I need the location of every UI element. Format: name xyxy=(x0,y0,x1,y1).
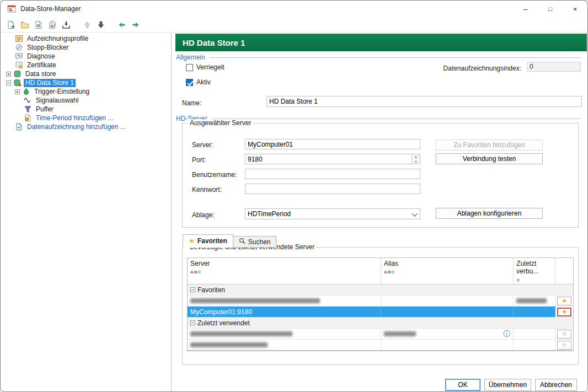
column-header-alias[interactable]: Alias ABC xyxy=(381,258,514,284)
column-header-server[interactable]: Server ABC xyxy=(188,258,381,284)
expand-icon[interactable]: + xyxy=(6,72,11,77)
port-spinner: ▲ ▼ xyxy=(411,154,420,164)
selected-server-group-label: Ausgewählter Server xyxy=(188,119,253,127)
open-icon[interactable] xyxy=(20,20,30,30)
time-period-page-icon xyxy=(24,114,32,122)
tree-item-add-time-period[interactable]: Time-Period hinzufügen ... xyxy=(1,114,171,122)
tree-item-label: HD Data Store 1 xyxy=(24,79,76,87)
username-label: Benutzername: xyxy=(192,171,237,179)
move-down-icon[interactable] xyxy=(96,20,106,30)
data-store-manager-window: Data-Store-Manager – □ × B B xyxy=(0,0,588,392)
ablage-combobox[interactable] xyxy=(245,208,420,219)
verriegelt-checkbox[interactable] xyxy=(186,64,193,71)
verriegelt-label: Verriegelt xyxy=(196,63,224,71)
apply-button[interactable]: Übernehmen xyxy=(484,379,531,391)
expand-icon[interactable]: + xyxy=(15,89,20,94)
app-icon xyxy=(7,4,16,13)
favorite-star-button[interactable]: ☆ xyxy=(557,330,571,339)
buffer-icon xyxy=(24,105,32,113)
collapse-icon[interactable]: − xyxy=(6,80,11,85)
username-field[interactable] xyxy=(245,169,420,179)
aktiv-checkbox[interactable] xyxy=(186,79,193,86)
copy-profile-icon[interactable]: B xyxy=(47,20,57,30)
stop-blocker-icon xyxy=(15,44,23,51)
equals-filter-icon[interactable]: = xyxy=(516,277,552,283)
info-icon[interactable]: ⓘ xyxy=(503,330,510,337)
port-field[interactable] xyxy=(245,154,420,164)
configure-stores-button[interactable]: Ablagen konfigurieren xyxy=(436,208,543,219)
table-row-recent-2[interactable]: ☆ xyxy=(188,340,573,351)
tree-item-puffer[interactable]: Puffer xyxy=(1,105,171,114)
password-field[interactable] xyxy=(245,184,420,194)
group-row-favoriten[interactable]: − Favoriten xyxy=(188,284,573,296)
tree-item-label: Diagnose xyxy=(25,52,57,61)
tree-item-stopp-blocker[interactable]: Stopp-Blocker xyxy=(1,43,171,52)
tree-item-label: Stopp-Blocker xyxy=(25,44,70,52)
spinner-down-icon[interactable]: ▼ xyxy=(412,159,420,164)
verriegelt-checkbox-row[interactable]: Verriegelt xyxy=(186,63,224,72)
favorite-star-button[interactable]: ☆ xyxy=(557,341,571,350)
star-icon: ★ xyxy=(189,237,195,245)
ablage-field[interactable] xyxy=(245,208,420,219)
maximize-button[interactable]: □ xyxy=(538,1,563,17)
grid-header: Server ABC Alias ABC Zuletzt verbu... = xyxy=(188,258,573,284)
tree-item-aufzeichnungsprofile[interactable]: Aufzeichnungsprofile xyxy=(1,34,171,43)
tab-favoriten[interactable]: ★ Favoriten xyxy=(183,234,233,248)
collapse-icon[interactable]: − xyxy=(190,287,195,292)
table-row-favorite-1[interactable]: ★ xyxy=(188,296,573,307)
aktiv-checkbox-row[interactable]: Aktiv xyxy=(186,78,211,87)
add-to-favorites-button: Zu Favoriten hinzufügen xyxy=(436,139,543,151)
page-title: HD Data Store 1 xyxy=(175,34,587,51)
recording-index-field-wrap xyxy=(527,62,581,72)
signal-wave-icon xyxy=(24,96,32,104)
test-connection-button[interactable]: Verbindung testen xyxy=(436,153,543,164)
tree-item-zertifikate[interactable]: Zertifikate xyxy=(1,61,171,69)
cancel-button[interactable]: Abbrechen xyxy=(535,379,577,391)
server-label: Server: xyxy=(192,141,213,149)
tree-item-trigger-einstellung[interactable]: + Trigger-Einstellung xyxy=(1,87,171,96)
forward-icon[interactable] xyxy=(131,20,141,30)
section-allgemein: Allgemein xyxy=(176,53,581,61)
aktiv-label: Aktiv xyxy=(196,78,211,86)
tree-item-label: Data store xyxy=(24,70,57,78)
column-header-last-connected[interactable]: Zuletzt verbu... = xyxy=(514,258,555,284)
redacted-date xyxy=(516,298,547,303)
minimize-button[interactable]: – xyxy=(513,1,538,17)
table-row-favorite-selected[interactable]: MyComputer01:9180 ★ xyxy=(188,307,573,318)
servers-groupbox: Bevorzugte und zuletzt verwendete Server… xyxy=(182,247,579,365)
spinner-up-icon[interactable]: ▲ xyxy=(412,154,420,159)
username-field-wrap xyxy=(245,169,420,179)
close-button[interactable]: × xyxy=(563,1,587,17)
collapse-icon[interactable]: − xyxy=(190,320,195,325)
tree-item-signalauswahl[interactable]: Signalauswahl xyxy=(1,96,171,105)
tab-suchen[interactable]: Suchen xyxy=(233,236,277,248)
new-profile-icon[interactable]: B xyxy=(34,20,44,30)
back-icon[interactable] xyxy=(117,20,127,30)
tree-item-diagnose[interactable]: Diagnose xyxy=(1,52,171,61)
table-row-recent-1[interactable]: ⓘ ☆ xyxy=(188,329,573,340)
text-filter-icon[interactable]: ABC xyxy=(384,270,510,275)
dropdown-arrow-icon[interactable] xyxy=(410,209,420,219)
server-field[interactable] xyxy=(245,139,420,149)
tree-item-label: Puffer xyxy=(34,105,55,114)
trigger-icon xyxy=(22,88,30,95)
favorite-star-button[interactable]: ★ xyxy=(557,297,571,305)
favorite-star-button[interactable]: ★ xyxy=(557,308,571,316)
group-row-zuletzt-verwendet[interactable]: − Zuletzt verwendet xyxy=(188,318,573,329)
name-field[interactable] xyxy=(266,96,582,107)
servers-grid: Server ABC Alias ABC Zuletzt verbu... = xyxy=(187,257,574,351)
ok-button[interactable]: OK xyxy=(445,379,480,391)
navigation-tree: Aufzeichnungsprofile Stopp-Blocker Diagn… xyxy=(1,33,172,391)
tree-item-hd-data-store-1[interactable]: − HD Data Store 1 xyxy=(1,78,171,87)
tree-item-add-recording[interactable]: Datenaufzeichnung hinzufügen ... xyxy=(1,122,171,131)
text-filter-icon[interactable]: ABC xyxy=(190,270,378,275)
tree-item-label: Zertifikate xyxy=(25,61,58,69)
tab-favoriten-label: Favoriten xyxy=(197,237,227,245)
tree-item-data-store[interactable]: + Data store xyxy=(1,69,171,78)
column-header-favorite xyxy=(555,258,573,284)
detail-panel: HD Data Store 1 Allgemein Verriegelt Akt… xyxy=(172,33,587,391)
section-allgemein-label: Allgemein xyxy=(176,53,205,61)
save-icon[interactable] xyxy=(61,20,71,30)
new-datastore-icon[interactable] xyxy=(6,20,16,30)
tree-item-label: Aufzeichnungsprofile xyxy=(25,35,90,43)
